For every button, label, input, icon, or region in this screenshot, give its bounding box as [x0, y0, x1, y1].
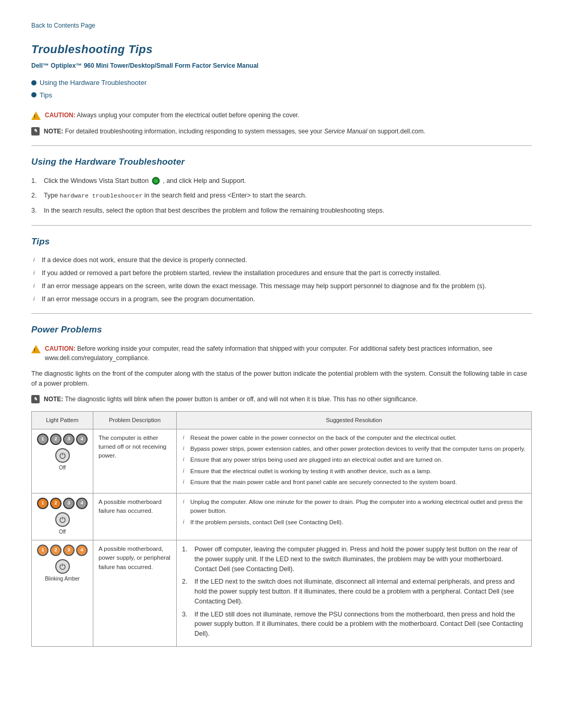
toc-link-tips[interactable]: Tips	[40, 90, 52, 101]
note-text-2: NOTE: The diagnostic lights will blink w…	[44, 394, 418, 404]
col-header-problem: Problem Description	[93, 412, 177, 429]
led-3-3: 3	[63, 545, 75, 556]
led-1-1: 1	[37, 434, 48, 445]
light-pattern-3: 1 2 3 4 Blinking Amber	[32, 540, 93, 647]
power-btn-2	[55, 512, 70, 527]
caution-text-1: CAUTION: Always unplug your computer fro…	[45, 110, 299, 120]
divider-2	[31, 225, 532, 226]
led-3-2: 2	[50, 545, 62, 556]
table-row-3: 1 2 3 4 Blinking Amber A possible mot	[32, 540, 532, 647]
res-2-1: Unplug the computer. Allow one minute fo…	[182, 498, 526, 516]
step-2-code: hardware troubleshooter	[60, 192, 143, 199]
caution-triangle-icon-2	[31, 345, 41, 353]
power-btn-3	[55, 559, 70, 574]
note-icon-2: ✎	[31, 395, 40, 403]
res-3-3: If the LED still does not illuminate, re…	[182, 610, 526, 639]
power-problems-title: Power Problems	[31, 323, 532, 337]
led-3-1: 1	[37, 545, 48, 556]
power-problems-intro: The diagnostic lights on the front of th…	[31, 369, 532, 389]
light-pattern-1: 1 2 3 4 Off	[32, 429, 93, 493]
resolution-3: Power off computer, leaving the computer…	[177, 540, 532, 647]
resolution-1: Reseat the power cable in the power conn…	[177, 429, 532, 493]
step-3: In the search results, select the option…	[31, 206, 532, 216]
tip-3: If an error message appears on the scree…	[31, 281, 532, 291]
resolution-list-2: Unplug the computer. Allow one minute fo…	[182, 498, 526, 527]
caution-triangle-icon	[31, 112, 41, 120]
power-btn-1	[55, 448, 70, 463]
step-2: Type hardware troubleshooter in the sear…	[31, 191, 532, 201]
svg-point-1	[154, 179, 158, 183]
page-title: Troubleshooting Tips	[31, 41, 532, 58]
table-row-1: 1 2 3 4 Off The computer is either tu	[32, 429, 532, 493]
tip-2: If you added or removed a part before th…	[31, 268, 532, 278]
led-1-4: 4	[76, 434, 88, 445]
toc-link-hardware-troubleshooter[interactable]: Using the Hardware Troubleshooter	[40, 78, 146, 88]
tips-list: If a device does not work, ensure that t…	[31, 255, 532, 304]
resolution-list-3: Power off computer, leaving the computer…	[182, 545, 526, 639]
hardware-troubleshooter-title: Using the Hardware Troubleshooter	[31, 155, 532, 169]
divider-3	[31, 313, 532, 314]
subtitle: Dell™ Optiplex™ 960 Mini Tower/Desktop/S…	[31, 61, 532, 70]
diagnostics-table: Light Pattern Problem Description Sugges…	[31, 411, 532, 647]
led-row-3: 1 2 3 4	[37, 545, 88, 556]
divider-1	[31, 145, 532, 146]
res-1-2: Bypass power strips, power extension cab…	[182, 445, 526, 453]
note-box-2: ✎ NOTE: The diagnostic lights will blink…	[31, 394, 532, 404]
diagnostics-table-container: Light Pattern Problem Description Sugges…	[31, 411, 532, 647]
tips-title: Tips	[31, 235, 532, 249]
led-2-1: 1	[37, 498, 48, 509]
res-1-3: Ensure that any power strips being used …	[182, 455, 526, 464]
caution-box-1: CAUTION: Always unplug your computer fro…	[31, 110, 532, 122]
vista-start-icon	[152, 177, 160, 185]
back-to-contents-link[interactable]: Back to Contents Page	[31, 21, 532, 30]
led-3-4: 4	[76, 545, 88, 556]
note-box-1: ✎ NOTE: For detailed troubleshooting inf…	[31, 127, 532, 136]
led-row-1: 1 2 3 4	[37, 434, 88, 445]
problem-1: The computer is either turned off or not…	[93, 429, 177, 493]
light-pattern-2: 1 2 3 4 Off	[32, 493, 93, 540]
caution-text-2: CAUTION: Before working inside your comp…	[45, 344, 532, 363]
resolution-list-1: Reseat the power cable in the power conn…	[182, 434, 526, 487]
led-2-2: 2	[50, 498, 62, 509]
pattern-label-3: Blinking Amber	[37, 575, 88, 583]
led-2-3: 3	[63, 498, 75, 509]
step-1: Click the Windows Vista Start button , a…	[31, 176, 532, 186]
col-header-light-pattern: Light Pattern	[32, 412, 93, 429]
led-row-2: 1 2 3 4	[37, 498, 88, 509]
res-1-1: Reseat the power cable in the power conn…	[182, 434, 526, 442]
tip-1: If a device does not work, ensure that t…	[31, 255, 532, 265]
problem-3: A possible motherboard, power supply, or…	[93, 540, 177, 647]
tip-4: If an error message occurs in a program,…	[31, 294, 532, 304]
col-header-resolution: Suggested Resolution	[177, 412, 532, 429]
note-text-1: NOTE: For detailed troubleshooting infor…	[44, 127, 425, 136]
res-3-2: If the LED next to the switch does not i…	[182, 577, 526, 606]
problem-2: A possible motherboard failure has occur…	[93, 493, 177, 540]
res-1-5: Ensure that the main power cable and fro…	[182, 478, 526, 487]
res-2-2: If the problem persists, contact Dell (s…	[182, 518, 526, 527]
led-1-3: 3	[63, 434, 75, 445]
note-icon-1: ✎	[31, 127, 40, 135]
pattern-label-1: Off	[37, 464, 88, 472]
caution-box-2: CAUTION: Before working inside your comp…	[31, 344, 532, 363]
led-1-2: 2	[50, 434, 62, 445]
pattern-label-2: Off	[37, 528, 88, 536]
resolution-2: Unplug the computer. Allow one minute fo…	[177, 493, 532, 540]
toc-list: Using the Hardware Troubleshooter Tips	[31, 78, 532, 100]
table-row-2: 1 2 3 4 Off A possible motherboard fa	[32, 493, 532, 540]
res-3-1: Power off computer, leaving the computer…	[182, 545, 526, 574]
res-1-4: Ensure that the electrical outlet is wor…	[182, 467, 526, 476]
hardware-troubleshooter-steps: Click the Windows Vista Start button , a…	[31, 176, 532, 216]
led-2-4: 4	[76, 498, 88, 509]
